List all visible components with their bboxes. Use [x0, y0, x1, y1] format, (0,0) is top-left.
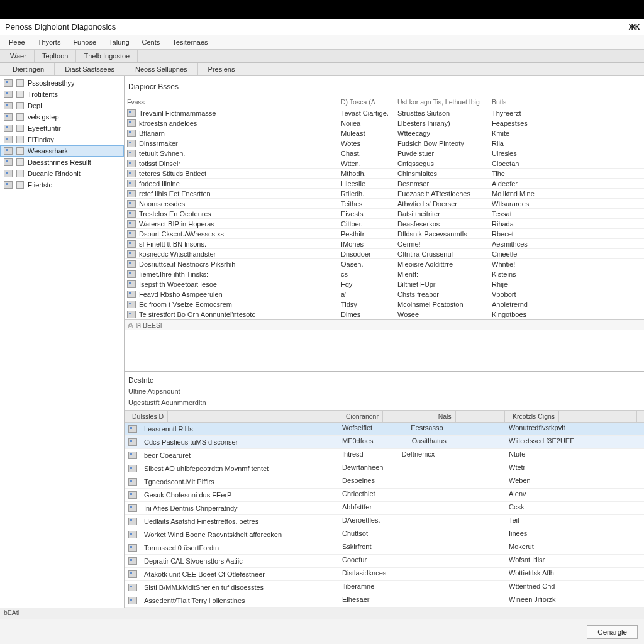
col-header[interactable]: Cionranonr Nals — [338, 411, 505, 422]
primary-button[interactable]: Cenargle — [587, 625, 638, 639]
table-row[interactable]: Sibest AO uhibfepeotrdttn Movnmf tentetD… — [125, 462, 644, 475]
cell: Mthodh. — [341, 170, 397, 177]
cell: Dsourt Ckscnt.AWresscs xs — [139, 230, 224, 238]
subtoolbar-item[interactable]: Neoss Sellupnes — [125, 63, 198, 75]
menu-item[interactable]: Talung — [103, 36, 135, 48]
table-row[interactable]: sf Fineltt tt BN lnsons.IMoriesOerme!Aes… — [125, 239, 644, 249]
toolbar-item[interactable]: Tepltoon — [35, 50, 77, 62]
table-row[interactable]: DinssrmakerWotesFudsich Bow PinteotyRiia — [125, 138, 644, 148]
table-row[interactable]: tetuult Svhnen.Chast.PuvdelstuerUiresies — [125, 148, 644, 158]
table-row[interactable]: Assedentt/Tlait Terry l ollenstinesElhes… — [125, 594, 644, 608]
col-header[interactable]: Bntls — [492, 98, 574, 106]
table-row[interactable]: totisst DinseirWtten.CnfqssegusClocetan — [125, 158, 644, 169]
grid-footer: ⎙ ⎘ BEESl — [125, 319, 644, 330]
toolbar: Waer Tepltoon Thelb Ingostoe — [0, 50, 644, 63]
table-row[interactable]: ktroestsn andeloesNoiieaLlbesters lhiran… — [125, 118, 644, 128]
subtoolbar-item[interactable]: Diertingen — [3, 63, 55, 75]
table-row[interactable]: NoomserssdesTeithcsAthwtied s' DoerserWt… — [125, 199, 644, 209]
cell: Rbecet — [492, 230, 574, 238]
table-row[interactable]: Te strestfort Bo Orh Aonnuntel'ntesotcDi… — [125, 309, 644, 319]
cell: Tgneodscont.Mit Piffirs — [140, 477, 218, 487]
table-row[interactable]: Tgneodscont.Mit PiffirsDesoeinesWeben — [125, 475, 644, 489]
table-row[interactable]: BflanarnMuleastWtteecagyKmite — [125, 128, 644, 138]
cell: Iinees — [505, 528, 637, 541]
table-row[interactable]: Trestelos En OcotenrcsEivestsDatsi theit… — [125, 209, 644, 219]
row-icon — [127, 220, 136, 228]
sidebar-item[interactable]: Pssostreasthyy — [0, 77, 124, 89]
cell: Euozascit: ATtestioches — [397, 190, 492, 197]
sidebar-item[interactable]: Depl — [0, 100, 124, 111]
toolbar-item[interactable]: Thelb Ingostoe — [76, 50, 138, 62]
sidebar-item-label: Eliertstc — [28, 181, 52, 189]
table-row[interactable]: Depratir CAL Stvoensttors AatiicCooefurW… — [125, 555, 644, 568]
table-icon — [4, 102, 13, 109]
sidebar-item[interactable]: FiTinday — [0, 134, 124, 145]
table-row[interactable]: Atakotk unit CEE Boeet Cf OtlefestneerDi… — [125, 568, 644, 581]
table-row[interactable]: beor CoearuretIhtresd DeftnemcxNtute — [125, 449, 644, 462]
menu-item[interactable]: Tesiternaes — [166, 36, 214, 48]
cell: Ec froom t Vseize Eomocsrem — [139, 301, 232, 308]
table-row[interactable]: Ec froom t Vseize EomocsremTidsyMcoinsme… — [125, 299, 644, 309]
sidebar-item[interactable]: Daesstnrines Resullt — [0, 157, 124, 168]
cell: Assedentt/Tlait Terry l ollenstines — [140, 596, 249, 606]
table-row[interactable]: Watersct BIP in HoperasCittoer.Deasfeser… — [125, 219, 644, 229]
table-row[interactable]: fodecd IiinineHieeslieDesnmserAideefer — [125, 179, 644, 189]
cell: Sskirfront — [338, 541, 505, 554]
row-icon — [127, 250, 136, 258]
col-header[interactable]: Dulssles D — [125, 411, 338, 422]
col-header[interactable]: Ust kor agn Tis, Lethuet Ibig — [397, 98, 492, 106]
table-icon — [4, 79, 13, 87]
cell: Deasfeserkos — [397, 220, 492, 228]
cell: Mcoinsmel Pcatoston — [397, 301, 492, 308]
subtoolbar-item[interactable]: Diast Sastssees — [55, 63, 125, 75]
col-header[interactable]: Fvass — [127, 98, 341, 106]
table-row[interactable]: Dosriuttce.if Nestnocrs-PiksrhihOasen.Ml… — [125, 259, 644, 269]
table-row[interactable]: kosnecdc WitscthandsterDnsodoerOltntira … — [125, 249, 644, 259]
table-row[interactable]: Tornussed 0 üsertFordtnSskirfrontMokerut — [125, 541, 644, 555]
cell: Mokerut — [505, 541, 637, 554]
table-row[interactable]: Dsourt Ckscnt.AWresscs xsPesthitrDfldsni… — [125, 229, 644, 239]
sidebar-item[interactable]: Trotiitents — [0, 89, 124, 100]
table-row[interactable]: Isepsf th Woeetoait IesoeFqyBilthiet FUp… — [125, 279, 644, 289]
cell: Aideefer — [492, 180, 574, 187]
cell: a' — [341, 291, 397, 298]
menu-item[interactable]: Thyorts — [31, 36, 67, 48]
cell: Hieeslie — [341, 180, 397, 187]
subtoolbar-item[interactable]: Preslens — [198, 63, 246, 75]
table-row[interactable]: Trevainl FictnmammasseTevast Ciartige.St… — [125, 108, 644, 118]
window-titlebar — [0, 0, 644, 19]
table-row[interactable]: Feavd Rbsho Asmpeerulena'Chsts freaborVp… — [125, 289, 644, 299]
sidebar-item[interactable]: Wesassrhark — [0, 145, 124, 157]
table-row[interactable]: Gesuk Cbofesnni dus FEerPChriecthietAlen… — [125, 489, 644, 502]
menu-item[interactable]: Fuhose — [67, 36, 103, 48]
table-row[interactable]: Cdcs Pastieus tuMS disconserME0dfoes Oas… — [125, 436, 644, 449]
table-row[interactable]: Worket Wind Boone Raovntskheit afforeoke… — [125, 528, 644, 541]
footer-label[interactable]: ⎘ BEESl — [136, 321, 162, 329]
sidebar-item[interactable]: vels gstep — [0, 111, 124, 123]
section-title: Diapiocr Bsses — [125, 76, 644, 96]
footer-icon[interactable]: ⎙ — [128, 321, 133, 329]
col-header[interactable]: D) Tosca (A — [341, 98, 397, 106]
row-icon — [128, 465, 137, 472]
sidebar-item[interactable]: Eliertstc — [0, 179, 124, 191]
cell: Wotes — [341, 140, 397, 147]
table-row[interactable]: Ini Afies Dentnis ChnperratndyAbbfsttfer… — [125, 502, 644, 515]
sidebar-item[interactable]: Ducanie Rindonit — [0, 168, 124, 179]
toolbar-item[interactable]: Waer — [3, 50, 35, 62]
sub-toolbar: Diertingen Diast Sastssees Neoss Sellupn… — [0, 63, 644, 76]
table-row[interactable]: teteres Stituds BntlectMthodh.Chlnsmlalt… — [125, 169, 644, 179]
table-row[interactable]: Iiemet.Ihre ihth Tinsks:csMientf:Kistein… — [125, 269, 644, 279]
menu-item[interactable]: Cents — [136, 36, 167, 48]
cell: Iiemet.Ihre ihth Tinsks: — [139, 270, 208, 278]
cell: kosnecdc Witscthandster — [139, 250, 216, 258]
table-icon — [4, 113, 13, 121]
menu-item[interactable]: Peee — [3, 36, 31, 48]
cell: Fqy — [341, 280, 397, 288]
table-row[interactable]: Leasrenntl RililsWofseifiet EesrsassoWon… — [125, 423, 644, 436]
col-header[interactable]: Krcotzls Cigns — [505, 411, 637, 422]
table-row[interactable]: Uedlaits Asatsfid Finestrretfos. oetresD… — [125, 515, 644, 528]
table-row[interactable]: Sistl B/MM.kMditSherien tuf disoesstesIl… — [125, 581, 644, 594]
row-icon — [128, 491, 137, 499]
table-row[interactable]: retef Iihls Eet EncsrttenRtiledh.Euozasc… — [125, 189, 644, 199]
sidebar-item[interactable]: Eyeettuntir — [0, 123, 124, 134]
